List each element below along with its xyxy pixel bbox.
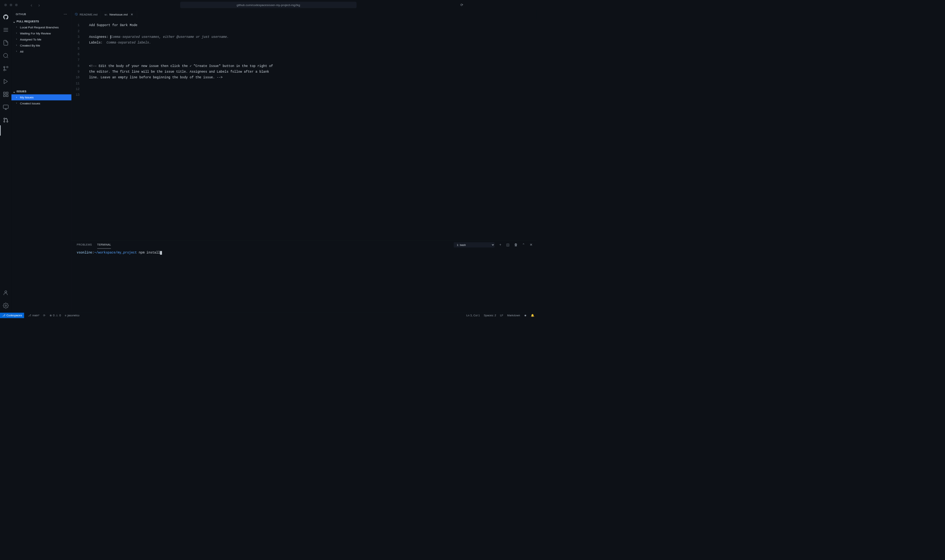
trash-icon[interactable]: 🗑 bbox=[514, 243, 518, 247]
tree-item-label: Assigned To Me bbox=[20, 37, 41, 41]
code-line-3[interactable]: Assignees: Comma-separated usernames, ei… bbox=[89, 34, 537, 40]
svg-rect-11 bbox=[6, 95, 8, 97]
chevron-down-icon: ⌄ bbox=[13, 20, 17, 23]
title-bar: ‹ › github.com/codespaces/user-my-projec… bbox=[0, 0, 537, 10]
code-line-9[interactable]: the editor. The first line will be the i… bbox=[89, 69, 537, 75]
status-bell-icon[interactable]: 🔔 bbox=[531, 314, 534, 317]
issues-section[interactable]: ⌄ ISSUES bbox=[11, 89, 71, 95]
status-problems[interactable]: ⊗0 ⚠0 bbox=[50, 314, 61, 317]
sidebar-title: GITHUB ⋯ bbox=[11, 10, 71, 19]
svg-point-3 bbox=[3, 53, 8, 58]
status-label: jasonetco bbox=[67, 314, 80, 317]
maximize-window-button[interactable] bbox=[15, 4, 18, 6]
run-debug-icon[interactable] bbox=[3, 78, 9, 84]
code-line-6[interactable] bbox=[89, 51, 537, 57]
account-icon[interactable] bbox=[3, 290, 9, 296]
status-encoding[interactable]: LF bbox=[500, 314, 504, 317]
chevron-right-icon: › bbox=[16, 96, 20, 99]
editor-tabs: ⓘ README.md M↓ NewIssue.md ✕ bbox=[72, 10, 537, 19]
settings-gear-icon[interactable] bbox=[3, 303, 9, 309]
code-line-8[interactable]: <!-- Edit the body of your new issue the… bbox=[89, 63, 537, 69]
sidebar-item-my-issues[interactable]: ›My Issues bbox=[11, 94, 71, 100]
sidebar-item-created-by-me[interactable]: ›Created By Me bbox=[11, 42, 71, 48]
close-tab-icon[interactable]: ✕ bbox=[131, 13, 133, 16]
activity-bar bbox=[0, 10, 11, 313]
split-terminal-icon[interactable]: ◫ bbox=[506, 243, 510, 247]
tab-readme[interactable]: ⓘ README.md bbox=[72, 10, 101, 19]
terminal-tab[interactable]: TERMINAL bbox=[97, 241, 111, 249]
terminal-path: ~/workspace/my_project bbox=[94, 251, 137, 255]
tree-item-label: All bbox=[20, 50, 23, 53]
sidebar-item-assigned-to-me[interactable]: ›Assigned To Me bbox=[11, 36, 71, 42]
status-branch[interactable]: ⎇ main* bbox=[28, 314, 39, 317]
chevron-right-icon: › bbox=[16, 44, 20, 47]
person-icon: ⍟ bbox=[65, 314, 67, 317]
more-icon[interactable]: ⋯ bbox=[64, 12, 67, 17]
tree-item-label: Created Issues bbox=[20, 102, 40, 105]
source-control-icon[interactable] bbox=[3, 65, 9, 72]
chevron-right-icon: › bbox=[16, 32, 20, 35]
remote-icon[interactable] bbox=[3, 104, 9, 110]
new-terminal-icon[interactable]: + bbox=[499, 243, 501, 247]
sidebar-item-waiting-review[interactable]: ›Waiting For My Review bbox=[11, 30, 71, 36]
problems-tab[interactable]: PROBLEMS bbox=[77, 241, 92, 248]
code-line-11[interactable] bbox=[89, 81, 537, 86]
code-line-10[interactable]: line. Leave an empty line before beginni… bbox=[89, 75, 537, 81]
status-language[interactable]: Markdown bbox=[507, 314, 520, 317]
pull-requests-section[interactable]: ⌄ PULL REQUESTS bbox=[11, 19, 71, 24]
editor[interactable]: 12345678910111213 Add Support for Dark M… bbox=[72, 19, 537, 240]
section-label: PULL REQUESTS bbox=[17, 20, 39, 23]
status-codespaces[interactable]: ⎇ Codespaces bbox=[0, 313, 24, 318]
svg-rect-10 bbox=[6, 92, 8, 94]
status-bar: ⎇ Codespaces ⎇ main* ⟳ ⊗0 ⚠0 ⍟ jasonetco… bbox=[0, 313, 537, 318]
sidebar-item-all[interactable]: ›All bbox=[11, 48, 71, 54]
menu-icon[interactable] bbox=[3, 27, 9, 33]
chevron-right-icon: › bbox=[16, 26, 20, 29]
code-line-12[interactable] bbox=[89, 86, 537, 92]
sidebar-item-created-issues[interactable]: ›Created Issues bbox=[11, 100, 71, 106]
terminal[interactable]: vsonline:~/workspace/my_project npm inst… bbox=[72, 249, 537, 313]
status-user[interactable]: ⍟ jasonetco bbox=[65, 314, 80, 317]
github-icon[interactable] bbox=[3, 14, 9, 20]
back-button[interactable]: ‹ bbox=[31, 2, 33, 8]
tab-new-issue[interactable]: M↓ NewIssue.md ✕ bbox=[101, 10, 137, 19]
extensions-icon[interactable] bbox=[3, 91, 9, 97]
minimize-window-button[interactable] bbox=[10, 4, 12, 6]
close-panel-icon[interactable]: ✕ bbox=[530, 243, 532, 247]
code-line-5[interactable] bbox=[89, 46, 537, 51]
status-sync[interactable]: ⟳ bbox=[43, 314, 45, 317]
terminal-select[interactable]: 1: bash bbox=[454, 242, 494, 247]
status-label: main* bbox=[32, 314, 39, 317]
warning-icon: ⚠ bbox=[56, 314, 58, 317]
code-line-13[interactable] bbox=[89, 92, 537, 98]
forward-button[interactable]: › bbox=[38, 2, 40, 8]
code-line-4[interactable]: Labels: Comma-separated labels. bbox=[89, 40, 537, 46]
chevron-up-icon[interactable]: ⌃ bbox=[522, 243, 525, 247]
tree-item-label: My Issues bbox=[20, 96, 34, 99]
close-window-button[interactable] bbox=[4, 4, 7, 6]
sidebar-item-local-pr-branches[interactable]: ›Local Pull Request Branches bbox=[11, 24, 71, 30]
code-line-7[interactable] bbox=[89, 58, 537, 63]
svg-line-4 bbox=[7, 57, 8, 58]
sidebar: GITHUB ⋯ ⌄ PULL REQUESTS ›Local Pull Req… bbox=[11, 10, 72, 313]
svg-rect-9 bbox=[3, 92, 5, 94]
editor-area: ⓘ README.md M↓ NewIssue.md ✕ 12345678910… bbox=[72, 10, 537, 313]
search-icon[interactable] bbox=[3, 53, 9, 59]
svg-point-17 bbox=[3, 121, 5, 122]
code-content[interactable]: Add Support for Dark Mode Assignees: Com… bbox=[83, 23, 536, 241]
tab-label: README.md bbox=[80, 13, 97, 16]
code-line-1[interactable]: Add Support for Dark Mode bbox=[89, 23, 537, 28]
svg-marker-8 bbox=[4, 79, 7, 84]
svg-point-18 bbox=[6, 121, 8, 122]
sidebar-title-text: GITHUB bbox=[16, 13, 26, 16]
error-icon: ⊗ bbox=[50, 314, 52, 317]
url-bar[interactable]: github.com/codespaces/user-my-project-mg… bbox=[180, 2, 357, 8]
status-feedback-icon[interactable]: ☻ bbox=[524, 314, 527, 317]
github-pr-icon[interactable] bbox=[3, 117, 9, 123]
status-cursor[interactable]: Ln 3, Col 1 bbox=[466, 314, 480, 317]
code-line-2[interactable] bbox=[89, 28, 537, 34]
refresh-icon[interactable]: ⟳ bbox=[460, 3, 463, 7]
terminal-user: vsonline bbox=[77, 251, 92, 255]
explorer-icon[interactable] bbox=[3, 40, 9, 46]
status-spaces[interactable]: Spaces: 2 bbox=[484, 314, 496, 317]
